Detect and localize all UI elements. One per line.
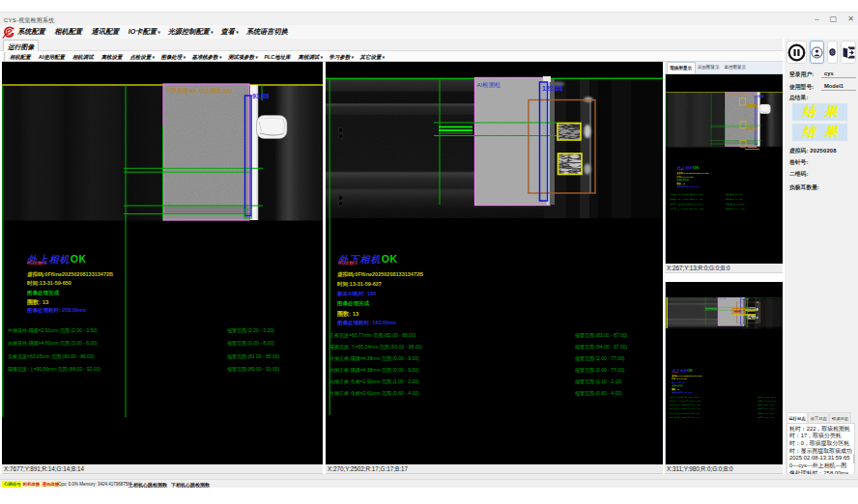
mini-view-tab[interactable]: 识别图显示 <box>696 62 723 73</box>
toolbar-item-label: 基准线参数 <box>191 54 217 60</box>
menu-item[interactable]: 光源控制配置▾ <box>168 27 214 37</box>
alarm-range: 报警范围:(94.00 - 97.00) <box>575 344 627 350</box>
mini-upper-panel[interactable]: 外上相机OKNG次数:1虚拟码:0Ffline2025020813313472B… <box>665 74 783 264</box>
info-row: 虚拟码:20250208 <box>789 147 837 155</box>
maximize-button[interactable]: ▢ <box>830 14 838 25</box>
tab-run-image[interactable]: 运行图像 <box>3 40 39 51</box>
upper-camera-panel[interactable]: 外上相机OKNG次数:1虚拟码:0Ffline2025020813313472B… <box>2 62 323 464</box>
dropdown-arrow-icon: ▾ <box>383 55 385 60</box>
toolbar-item[interactable]: 基准线参数▾ <box>191 54 221 61</box>
menu-item-label: 光源控制配置 <box>168 27 210 36</box>
measurement-row: 负极宽度=83.05mm 范围:(80.00 - 86.00)报警范围:(81.… <box>8 353 323 367</box>
menu-item[interactable]: IO卡配置▾ <box>129 27 160 37</box>
dropdown-arrow-icon: ▾ <box>157 30 159 35</box>
menu-item[interactable]: 相机配置 <box>54 27 83 37</box>
mini-view-tab[interactable]: 瑕疵图显示 <box>667 62 696 73</box>
pause-button[interactable] <box>786 41 807 64</box>
measurement-row: 隔膜宽度-上=90.56mm 范围:(88.00 - 92.00)报警范围:(8… <box>8 366 323 379</box>
camera-status-ok: OK <box>71 253 87 265</box>
menu-item-label: 通讯配置 <box>92 27 120 36</box>
virtual-code: 虚拟码:0Ffline2025020813313472B <box>27 271 323 280</box>
measurement-row: 内侧正极-隔膜=4.38mm 范围:(0.00 - 9.00)报警范围:(2.0… <box>329 367 663 378</box>
log-tabs: 运行日志设置日志错误日志 <box>786 412 851 423</box>
process-cost: 图像处理耗时: 258.00ms <box>677 185 783 188</box>
menu-item-label: 相机配置 <box>54 27 82 36</box>
user-admin-button[interactable] <box>827 41 838 64</box>
menu-item[interactable]: 通讯配置 <box>92 27 121 37</box>
menu-item[interactable]: 系统配置 <box>17 27 46 37</box>
measurement-row: 外侧正极-负极=2.61mm 范围:(0.60 - 4.00)报警范围:(0.6… <box>669 416 783 420</box>
lower-camera-heartbeat: 下相机心跳检测数 <box>171 482 210 488</box>
measurement-list: 正极宽度=83.77mm 范围:(82.00 - 88.00)报警范围:(83.… <box>669 396 783 420</box>
toolbar-item[interactable]: 图像处理▾ <box>160 54 186 61</box>
upper-camera-heartbeat: 上相机心跳检测数 <box>129 482 167 488</box>
camera-overlay: 外下相机OKNG次数:0虚拟码:0Ffline2025020813313472B… <box>326 249 663 402</box>
measurement-row: 外侧正极-负极=2.61mm 范围:(0.60 - 4.00)报警范围:(0.6… <box>329 390 663 402</box>
toolbar-item[interactable]: 离线设置 <box>101 54 124 61</box>
measurement-value: 外侧正极-负极=2.61mm 范围:(0.60 - 4.00) <box>329 390 419 396</box>
toolbar-item-label: AI使用配置 <box>39 54 65 60</box>
measurement-value: 负极宽度=83.05mm 范围:(80.00 - 86.00) <box>8 353 94 359</box>
exit-button[interactable] <box>841 41 856 64</box>
mini-view-tab[interactable]: 监控图显示 <box>722 62 749 73</box>
minimize-button[interactable]: – <box>815 14 818 25</box>
dropdown-arrow-icon: ▾ <box>236 30 238 35</box>
menu-item[interactable]: 系统语言切换 <box>246 27 290 37</box>
dropdown-arrow-icon: ▾ <box>321 55 323 60</box>
user-login-button[interactable] <box>810 41 824 64</box>
toolbar-item[interactable]: 离线调试▾ <box>299 54 324 61</box>
toolbar-item[interactable]: 学习参数▾ <box>329 54 355 61</box>
log-scrollbar[interactable] <box>853 454 855 463</box>
loop-count: 圈数: 13 <box>27 298 323 307</box>
toolbar-item-label: 学习参数 <box>329 54 351 60</box>
toolbar-item[interactable]: 测试项参数▾ <box>228 54 258 61</box>
log-tab[interactable]: 运行日志 <box>786 412 808 423</box>
toolbar-item[interactable]: 相机配置 <box>10 54 32 61</box>
log-tab[interactable]: 设置日志 <box>808 412 829 423</box>
alarm-range: 报警范围:(2.00 - 77.00) <box>575 355 624 361</box>
capture-time: 时间:13-31-59-650 <box>27 280 323 289</box>
alarm-range: 报警范围:(2.00 - 77.00) <box>758 408 775 410</box>
alarm-range: 报警范围:(0.00 - 8.00) <box>227 340 274 346</box>
close-button[interactable]: ✕ <box>847 14 854 25</box>
toolbar-item[interactable]: PLC地址库 <box>264 54 292 61</box>
lower-camera-panel[interactable]: 外下相机OKNG次数:0虚拟码:0Ffline2025020813313472B… <box>326 62 663 464</box>
toolbar-item-label: 测试项参数 <box>228 54 254 60</box>
alarm-range: 报警范围:(0.60 - 4.00) <box>758 416 774 418</box>
alarm-range: 报警范围:(89.00 - 91.00) <box>227 366 279 372</box>
log-box[interactable]: 耗时：222，瑕疵检测耗时：17，瑕疵分类耗时：0，瑕疵提取分区耗时：显示图提取… <box>786 423 855 479</box>
camera-status-ok: OK <box>382 253 398 265</box>
ai-cost: 极耳AI耗时: 166 <box>337 291 663 300</box>
measurement-list: 正极宽度=83.77mm 范围:(82.00 - 88.00)报警范围:(83.… <box>329 332 663 402</box>
alarm-range: 报警范围:(1.10 - 2.10) <box>575 378 622 384</box>
toolbar-item[interactable]: 相机调试 <box>72 54 95 61</box>
menu-item[interactable]: 查看▾ <box>221 27 239 37</box>
mini-lower-panel[interactable]: 外下相机OKNG次数:0虚拟码:0Ffline2025020813313472B… <box>665 282 783 464</box>
alarm-range: 报警范围:(2.00 - 77.00) <box>758 405 775 406</box>
toolbar-item-label: 点检设置 <box>129 54 151 60</box>
measurement-value: 内侧正极-隔膜=4.38mm 范围:(0.00 - 9.00) <box>329 367 419 373</box>
measurement-value: 内侧基线-隔膜=4.60mm 范围:(3.00 - 6.00) <box>8 340 98 346</box>
loop-count: 圈数: 13 <box>337 310 663 320</box>
alarm-range: 报警范围:(0.60 - 4.00) <box>575 390 622 396</box>
toolbar-item[interactable]: 其它设置▾ <box>360 54 386 61</box>
window-title: CYS-视觉检测系统 <box>4 16 54 25</box>
log-tab[interactable]: 错误日志 <box>829 412 850 423</box>
process-done: 图像处理完成 <box>27 290 323 298</box>
info-label: 虚拟码: <box>789 148 808 154</box>
toolbar-item-label: 图像处理 <box>160 54 182 60</box>
dropdown-arrow-icon: ▾ <box>256 55 258 60</box>
toolbar-item[interactable]: AI使用配置 <box>39 54 67 61</box>
result-block-lower: 结果 <box>792 124 847 141</box>
measurement-value: 隔膜宽度-上=90.56mm 范围:(88.00 - 92.00) <box>8 366 100 372</box>
info-row: 卷针号: <box>789 158 810 167</box>
menu-item-label: 系统配置 <box>17 27 45 36</box>
measurement-value: 隔膜宽度-下=95.24mm 范围:(93.00 - 98.00) <box>329 344 422 350</box>
measurement-list: 外侧基线-隔膜=2.91mm 范围:(2.00 - 3.50)报警范围:(2.2… <box>670 193 783 212</box>
result-block-upper: 结果 <box>792 103 847 121</box>
alarm-range: 报警范围:(89.00 - 91.00) <box>726 208 745 210</box>
app-logo <box>2 25 16 39</box>
toolbar-item[interactable]: 点检设置▾ <box>129 54 155 61</box>
toolbar-grip[interactable] <box>4 52 6 61</box>
heartbeat-badge: 心跳信号 <box>2 481 23 488</box>
